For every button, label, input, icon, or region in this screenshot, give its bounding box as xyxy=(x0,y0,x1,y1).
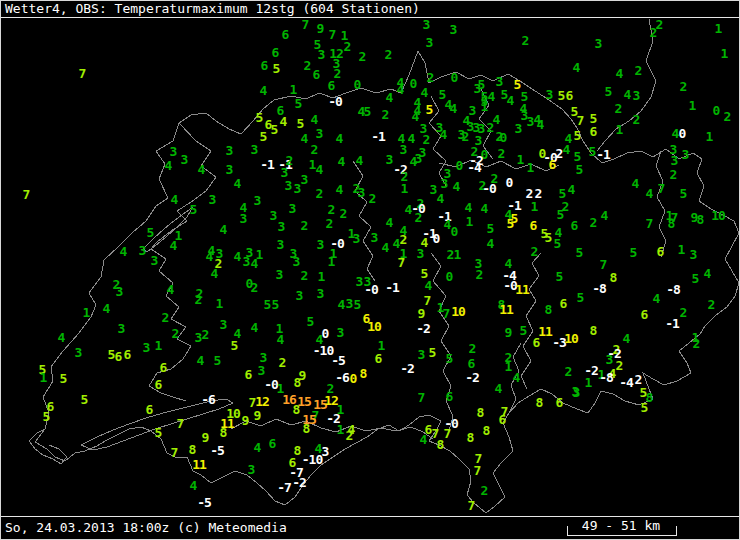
station-value: 5 xyxy=(514,77,521,92)
station-value: 6 xyxy=(261,58,268,73)
station-value: 4 xyxy=(103,301,110,316)
station-value: 3 xyxy=(474,81,481,96)
station-value: 4 xyxy=(254,440,261,455)
station-value: 2 xyxy=(202,327,209,342)
station-value: 8 xyxy=(189,442,196,457)
station-value: 5 xyxy=(354,297,361,312)
station-value: 8 xyxy=(545,302,552,317)
station-value: 0 xyxy=(446,269,453,284)
station-value: 11 xyxy=(538,324,552,339)
station-value: 3 xyxy=(226,143,233,158)
station-value: 3 xyxy=(573,385,580,400)
station-value: 4 xyxy=(704,266,711,281)
station-value: 3 xyxy=(243,254,250,269)
station-value: 8 xyxy=(590,323,597,338)
station-value: 5 xyxy=(264,297,271,312)
station-value: 3 xyxy=(527,114,534,129)
station-value: 5 xyxy=(108,347,115,362)
station-value: 5 xyxy=(576,245,583,260)
station-value: 4 xyxy=(386,90,393,105)
station-value: 4 xyxy=(646,186,653,201)
station-value: 2 xyxy=(635,63,642,78)
station-value: 4 xyxy=(616,66,623,81)
station-value: 4 xyxy=(425,278,432,293)
station-value: 7 xyxy=(658,181,665,196)
station-value: 3 xyxy=(226,162,233,177)
station-value: 0 xyxy=(451,70,458,85)
station-value: 2 xyxy=(301,268,308,283)
station-value: 4 xyxy=(338,154,345,169)
station-value: 1 xyxy=(689,98,696,113)
station-value: 5 xyxy=(256,110,263,125)
station-value: 4 xyxy=(437,191,444,206)
station-value: 6 xyxy=(328,78,335,93)
stations-layer: 767971526312265236246015-056454655434453… xyxy=(1,1,740,540)
station-value: 5 xyxy=(557,207,564,222)
station-value: 8 xyxy=(610,270,617,285)
station-value: 8 xyxy=(294,375,301,390)
station-value: 8 xyxy=(293,402,300,417)
station-value: 6 xyxy=(556,395,563,410)
station-value: 10 xyxy=(367,319,381,334)
station-value: -0 xyxy=(328,94,342,109)
station-value: 2 xyxy=(670,167,677,182)
station-value: 4 xyxy=(211,266,218,281)
station-value: 5 xyxy=(155,425,162,440)
station-value: -0 xyxy=(364,282,378,297)
station-value: 3 xyxy=(270,208,277,223)
station-value: 2 xyxy=(382,107,389,122)
station-value: 5 xyxy=(190,202,197,217)
scale-indicator: 49 - 51 km xyxy=(567,518,677,536)
station-value: -5 xyxy=(331,353,345,368)
station-value: -1 xyxy=(385,280,399,295)
station-value: 2 xyxy=(693,336,700,351)
station-value: 3 xyxy=(606,352,613,367)
station-value: 4 xyxy=(410,154,417,169)
station-value: 4 xyxy=(487,236,494,251)
station-value: 3 xyxy=(419,145,426,160)
station-value: 3 xyxy=(346,296,353,311)
station-value: 5 xyxy=(307,314,314,329)
station-value: 12 xyxy=(255,394,269,409)
station-value: 5 xyxy=(507,216,514,231)
station-value: 4 xyxy=(453,179,460,194)
station-value: 4 xyxy=(440,127,447,142)
station-value: 4 xyxy=(251,320,258,335)
station-value: 4 xyxy=(260,83,267,98)
station-value: 4 xyxy=(481,201,488,216)
station-value: 3 xyxy=(371,230,378,245)
station-value: 5 xyxy=(297,116,304,131)
station-value: 6 xyxy=(530,218,537,233)
station-value: 4 xyxy=(165,158,172,173)
station-value: 11 xyxy=(515,282,529,297)
station-value: 6 xyxy=(657,244,664,259)
station-value: 3 xyxy=(170,144,177,159)
station-value: -7 xyxy=(277,480,291,495)
station-value: -6 xyxy=(335,370,349,385)
station-value: 3 xyxy=(240,211,247,226)
station-value: 3 xyxy=(318,47,325,62)
station-value: 7 xyxy=(646,216,653,231)
station-value: -1 xyxy=(371,129,385,144)
station-value: 3 xyxy=(209,192,216,207)
station-value: 5 xyxy=(231,338,238,353)
station-value: 2 xyxy=(251,280,258,295)
station-value: 8 xyxy=(360,366,367,381)
station-value: 4 xyxy=(382,240,389,255)
station-value: 5 xyxy=(520,323,527,338)
station-value: 4 xyxy=(537,117,544,132)
station-value: 3 xyxy=(337,325,344,340)
station-value: 3 xyxy=(426,35,433,50)
station-value: 4 xyxy=(624,87,631,102)
station-value: 1 xyxy=(527,160,534,175)
station-value: 4 xyxy=(573,60,580,75)
station-value: 4 xyxy=(220,222,227,237)
station-value: -2 xyxy=(416,321,430,336)
station-value: 5 xyxy=(271,122,278,137)
station-value: 2 xyxy=(633,112,640,127)
station-value: 3 xyxy=(293,254,300,269)
station-value: 7 xyxy=(474,463,481,478)
station-value: 3 xyxy=(118,321,125,336)
station-value: 2 xyxy=(615,101,622,116)
station-value: 3 xyxy=(317,286,324,301)
